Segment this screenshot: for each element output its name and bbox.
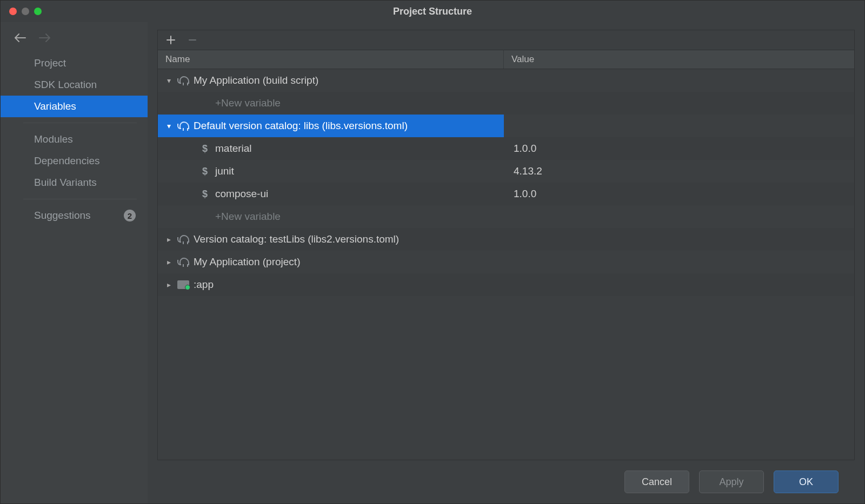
variables-tree[interactable]: ▾ My Application (build script) • (158, 69, 854, 460)
apply-button[interactable]: Apply (699, 471, 764, 493)
tree-group-app-module[interactable]: ▸ :app (158, 273, 854, 296)
gradle-icon (177, 120, 189, 132)
blank-icon (199, 211, 211, 223)
variable-icon: $ (199, 143, 211, 154)
sidebar-group-1: Project SDK Location Variables (1, 52, 148, 117)
sidebar-item-modules[interactable]: Modules (1, 129, 148, 150)
sidebar-item-variables[interactable]: Variables (1, 96, 148, 117)
nav-back-icon[interactable] (14, 33, 26, 43)
remove-button[interactable] (187, 35, 198, 45)
tree-group-project[interactable]: ▸ My Application (project) (158, 251, 854, 273)
suggestions-badge: 2 (124, 210, 136, 221)
close-window-button[interactable] (9, 8, 17, 15)
column-header-value[interactable]: Value (504, 50, 854, 69)
tree-group-default-catalog[interactable]: ▾ Default version catalog: libs (libs.ve… (158, 115, 854, 137)
variable-value[interactable]: 4.13.2 (504, 165, 854, 177)
nav-arrows (1, 25, 148, 52)
sidebar-item-dependencies[interactable]: Dependencies (1, 150, 148, 172)
variable-row-junit[interactable]: • $ junit 4.13.2 (158, 160, 854, 183)
sidebar-item-label: SDK Location (34, 79, 97, 91)
variable-name: junit (215, 165, 234, 177)
variable-value[interactable]: 1.0.0 (504, 188, 854, 200)
minimize-window-button[interactable] (22, 8, 29, 15)
button-label: Cancel (642, 476, 672, 488)
variable-value[interactable]: 1.0.0 (504, 143, 854, 154)
new-variable-placeholder: +New variable (215, 211, 281, 223)
blank-icon (199, 97, 211, 109)
ok-button[interactable]: OK (774, 471, 839, 493)
sidebar-item-label: Project (34, 57, 66, 69)
chevron-right-icon[interactable]: ▸ (164, 280, 173, 289)
new-variable-row[interactable]: • +New variable (158, 92, 854, 115)
tree-group-build-script[interactable]: ▾ My Application (build script) (158, 69, 854, 92)
gradle-icon (177, 75, 189, 86)
chevron-right-icon[interactable]: ▸ (164, 258, 173, 266)
tree-node-label: Default version catalog: libs (libs.vers… (194, 120, 408, 132)
tree-group-testlibs-catalog[interactable]: ▸ Version catalog: testLibs (libs2.versi… (158, 228, 854, 251)
button-label: Apply (719, 476, 743, 488)
new-variable-row[interactable]: • +New variable (158, 205, 854, 228)
new-variable-placeholder: +New variable (215, 97, 281, 109)
variable-name: compose-ui (215, 188, 268, 200)
button-label: OK (799, 476, 813, 488)
sidebar-item-sdk-location[interactable]: SDK Location (1, 74, 148, 96)
sidebar-item-suggestions[interactable]: Suggestions 2 (1, 205, 148, 226)
chevron-down-icon[interactable]: ▾ (164, 122, 173, 130)
chevron-down-icon[interactable]: ▾ (164, 76, 173, 85)
variable-name: material (215, 143, 252, 154)
gradle-icon (177, 256, 189, 268)
window-title: Project Structure (1, 6, 864, 17)
variable-icon: $ (199, 166, 211, 177)
gradle-icon (177, 233, 189, 245)
sidebar-separator (23, 199, 137, 199)
nav-forward-icon[interactable] (38, 33, 51, 43)
panel-toolbar (158, 30, 854, 50)
project-structure-window: Project Structure Project SDK Location (0, 0, 865, 504)
tree-node-label: Version catalog: testLibs (libs2.version… (194, 233, 399, 245)
titlebar: Project Structure (1, 1, 864, 22)
chevron-right-icon[interactable]: ▸ (164, 235, 173, 244)
zoom-window-button[interactable] (34, 8, 42, 15)
sidebar-item-label: Build Variants (34, 177, 97, 189)
dialog-footer: Cancel Apply OK (157, 460, 855, 503)
traffic-lights (1, 8, 42, 15)
variable-icon: $ (199, 189, 211, 200)
sidebar-group-3: Suggestions 2 (1, 205, 148, 226)
table-header: Name Value (158, 50, 854, 69)
cancel-button[interactable]: Cancel (624, 471, 689, 493)
main-panel: Name Value ▾ My Application (build scrip… (148, 22, 864, 503)
add-button[interactable] (165, 35, 176, 45)
tree-node-label: :app (194, 279, 214, 291)
tree-node-label: My Application (build script) (194, 75, 318, 86)
sidebar-item-label: Modules (34, 133, 73, 145)
tree-node-label: My Application (project) (194, 256, 300, 268)
variable-row-compose-ui[interactable]: • $ compose-ui 1.0.0 (158, 183, 854, 205)
variable-row-material[interactable]: • $ material 1.0.0 (158, 137, 854, 160)
dialog-body: Project SDK Location Variables Modules D… (1, 22, 864, 503)
column-header-name[interactable]: Name (158, 50, 504, 69)
sidebar: Project SDK Location Variables Modules D… (1, 22, 148, 503)
sidebar-item-label: Dependencies (34, 155, 99, 167)
sidebar-separator (23, 123, 137, 123)
module-folder-icon (177, 279, 189, 291)
variables-panel: Name Value ▾ My Application (build scrip… (157, 30, 855, 460)
sidebar-group-2: Modules Dependencies Build Variants (1, 129, 148, 193)
sidebar-item-project[interactable]: Project (1, 52, 148, 74)
sidebar-item-label: Variables (34, 100, 76, 112)
sidebar-item-label: Suggestions (34, 210, 91, 221)
sidebar-item-build-variants[interactable]: Build Variants (1, 172, 148, 193)
